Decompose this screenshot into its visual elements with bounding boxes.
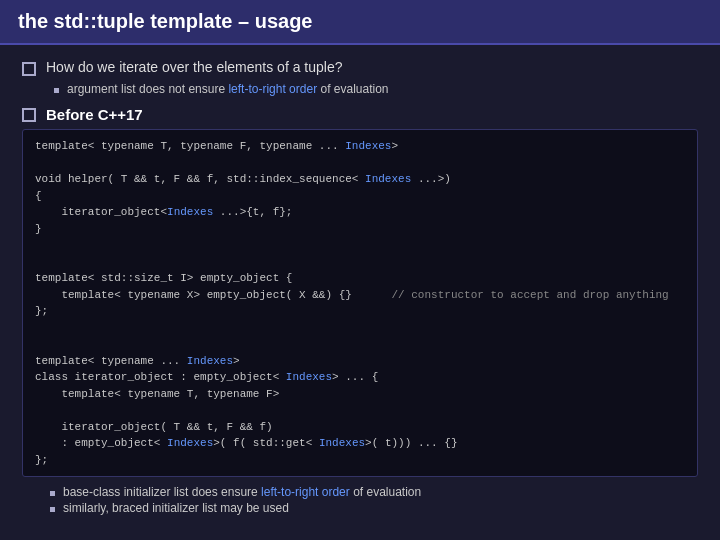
code-line-blank1 (35, 237, 685, 254)
code-line-4: { (35, 188, 685, 205)
question-bullet: How do we iterate over the elements of a… (22, 59, 698, 76)
code-line-blank2 (35, 320, 685, 337)
code-line-5: iterator_object<Indexes ...>{t, f}; (35, 204, 685, 221)
code-line-2 (35, 155, 685, 172)
question-text: How do we iterate over the elements of a… (46, 59, 343, 75)
note1-bullet: base-class initializer list does ensure … (50, 485, 698, 499)
before-section-title: Before C++17 (22, 106, 698, 123)
note1-highlight: left-to-right order (261, 485, 350, 499)
note2-text: similarly, braced initializer list may b… (63, 501, 289, 515)
checkbox-icon (22, 62, 36, 76)
highlight-order: left-to-right order (228, 82, 317, 96)
code-line-18: }; (35, 452, 685, 469)
code-line-16: iterator_object( T && t, F && f) (35, 419, 685, 436)
question-sub-bullet: argument list does not ensure left-to-ri… (54, 82, 698, 96)
code-line-12: template< typename ... Indexes> (35, 353, 685, 370)
code-line-1: template< typename T, typename F, typena… (35, 138, 685, 155)
slide-content: How do we iterate over the elements of a… (0, 45, 720, 540)
note1-text: base-class initializer list does ensure … (63, 485, 421, 499)
slide-header: the std::tuple template – usage (0, 0, 720, 45)
note1-icon (50, 491, 55, 496)
slide-title: the std::tuple template – usage (18, 10, 702, 33)
notes-section: base-class initializer list does ensure … (42, 485, 698, 515)
code-line-15 (35, 402, 685, 419)
code-line-7 (35, 254, 685, 271)
code-line-10: }; (35, 303, 685, 320)
code-line-9: template< typename X> empty_object( X &&… (35, 287, 685, 304)
question-sub-text: argument list does not ensure left-to-ri… (67, 82, 389, 96)
sub-bullet-icon (54, 88, 59, 93)
code-line-8: template< std::size_t I> empty_object { (35, 270, 685, 287)
note2-icon (50, 507, 55, 512)
code-line-3: void helper( T && t, F && f, std::index_… (35, 171, 685, 188)
code-line-14: template< typename T, typename F> (35, 386, 685, 403)
code-line-17: : empty_object< Indexes>( f( std::get< I… (35, 435, 685, 452)
before-checkbox-icon (22, 108, 36, 122)
code-line-11 (35, 336, 685, 353)
slide: the std::tuple template – usage How do w… (0, 0, 720, 540)
note2-bullet: similarly, braced initializer list may b… (50, 501, 698, 515)
code-block-main: template< typename T, typename F, typena… (22, 129, 698, 477)
code-line-13: class iterator_object : empty_object< In… (35, 369, 685, 386)
code-line-6: } (35, 221, 685, 238)
before-label: Before C++17 (46, 106, 143, 123)
